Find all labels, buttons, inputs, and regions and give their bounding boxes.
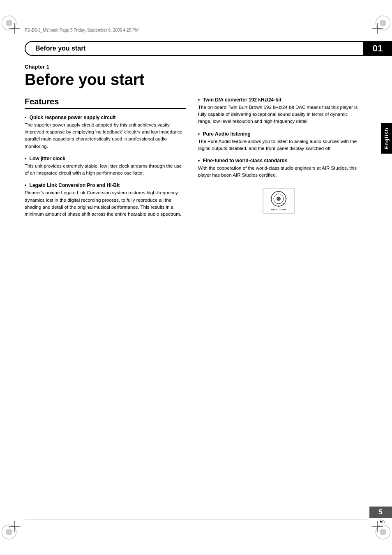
features-section: Features • Quick response power supply c… (25, 97, 359, 224)
chapter-title: Before you start (25, 71, 359, 89)
features-right-column: • Twin D/A converter 192 kHz/24-bit The … (198, 97, 359, 224)
air-studios-svg: AIR STUDIOS (262, 187, 295, 214)
feature-title-6: • Fine-tuned to world-class standards (198, 158, 359, 164)
feature-item-6: • Fine-tuned to world-class standards Wi… (198, 158, 359, 179)
feature-body-1: The superior power supply circuit adopte… (25, 122, 186, 150)
feature-body-5: The Pure Audio feature allows you to lis… (198, 138, 359, 152)
bullet-3: • (25, 182, 26, 188)
feature-title-1: • Quick response power supply circuit (25, 115, 186, 120)
feature-body-6: With the cooperation of the world-class … (198, 165, 359, 179)
header-title-box: Before you start (25, 41, 363, 56)
bullet-6: • (198, 158, 200, 164)
crosshair-tr (372, 23, 383, 34)
header-bar: Before you start 01 (25, 41, 392, 56)
bullet-1: • (25, 115, 26, 120)
feature-item-2: • Low jitter clock This unit provides ex… (25, 156, 186, 177)
file-info: PD-D6-J_MY.book Page 5 Friday, September… (25, 28, 138, 32)
feature-item-3: • Legato Link Conversion Pro and Hi-Bit … (25, 182, 186, 218)
feature-title-5: • Pure Audio listening (198, 131, 359, 137)
feature-title-3: • Legato Link Conversion Pro and Hi-Bit (25, 182, 186, 188)
feature-item-5: • Pure Audio listening The Pure Audio fe… (198, 131, 359, 152)
header-title: Before you start (35, 45, 86, 52)
crosshair-tl (9, 23, 20, 34)
features-title: Features (25, 97, 186, 109)
features-left-column: Features • Quick response power supply c… (25, 97, 186, 224)
bullet-5: • (198, 131, 200, 137)
feature-item-1: • Quick response power supply circuit Th… (25, 115, 186, 150)
page-en-label: En (380, 519, 385, 524)
feature-body-4: The on-board Twin Burr Brown 192 kHz/24-… (198, 104, 359, 125)
svg-text:AIR STUDIOS: AIR STUDIOS (271, 208, 287, 211)
feature-body-3: Pioneer's unique Legato Link Conversion … (25, 189, 186, 218)
feature-title-2: • Low jitter clock (25, 156, 186, 161)
language-tab: English (381, 123, 392, 154)
chapter-label: Chapter 1 (25, 64, 359, 70)
feature-title-4: • Twin D/A converter 192 kHz/24-bit (198, 97, 359, 103)
page-number-badge: 5 (369, 507, 392, 518)
main-content: Chapter 1 Before you start Features • Qu… (25, 64, 359, 223)
crosshair-bl (9, 521, 20, 532)
svg-point-11 (277, 197, 281, 201)
top-rule (25, 38, 367, 38)
file-info-text: PD-D6-J_MY.book Page 5 Friday, September… (25, 28, 138, 32)
bullet-4: • (198, 97, 200, 103)
bottom-rule (25, 520, 367, 520)
air-studios-logo: AIR STUDIOS (198, 187, 359, 215)
chapter-number-badge: 01 (363, 41, 392, 56)
bullet-2: • (25, 156, 26, 161)
feature-body-2: This unit provides extremely stable, low… (25, 163, 186, 177)
feature-item-4: • Twin D/A converter 192 kHz/24-bit The … (198, 97, 359, 125)
page: PD-D6-J_MY.book Page 5 Friday, September… (0, 0, 392, 555)
